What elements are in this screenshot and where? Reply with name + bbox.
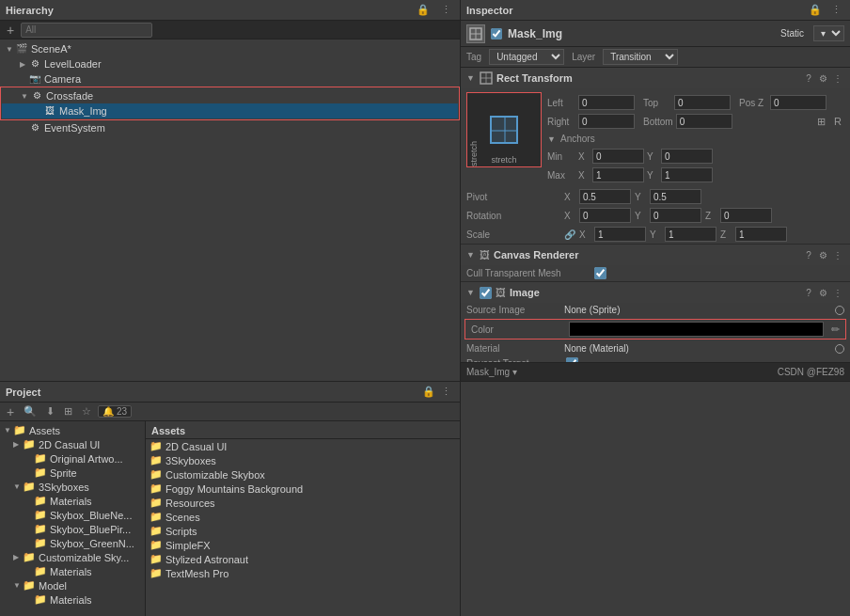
list-item-foggy[interactable]: 📁 Foggy Mountains Background: [146, 482, 460, 496]
anchors-foldout: ▼: [547, 134, 557, 144]
label-customizable: Customizable Sky...: [39, 552, 129, 563]
top-input[interactable]: [674, 95, 731, 110]
material-select-icon[interactable]: [835, 344, 844, 354]
tree-model[interactable]: ▼ 📁 Model: [0, 578, 145, 592]
pivot-x-input[interactable]: [579, 189, 631, 204]
tree-item-eventsystem[interactable]: ⚙ EventSystem: [0, 120, 460, 135]
project-search-btn[interactable]: 🔍: [21, 404, 39, 419]
hierarchy-add-button[interactable]: +: [4, 22, 17, 39]
scale-z-input[interactable]: [735, 227, 787, 242]
image-enabled-checkbox[interactable]: [480, 287, 492, 299]
inspector-lock-icon[interactable]: 🔒: [806, 3, 825, 17]
tree-materials-3sky[interactable]: 📁 Materials: [0, 494, 145, 508]
scale-z-label: Z: [720, 229, 732, 240]
hierarchy-lock-icon[interactable]: 🔒: [414, 3, 433, 17]
static-label: Static: [780, 28, 804, 39]
hierarchy-menu-icon[interactable]: ⋮: [438, 3, 454, 17]
project-add-btn[interactable]: +: [4, 403, 17, 420]
color-picker-icon[interactable]: ✏: [831, 324, 840, 336]
tree-customizable[interactable]: ▶ 📁 Customizable Sky...: [0, 550, 145, 564]
icon-eventsystem: ⚙: [28, 121, 41, 134]
rotation-label: Rotation: [466, 211, 560, 221]
inspector-menu-icon[interactable]: ⋮: [828, 3, 844, 17]
settings-icon-cr[interactable]: ⚙: [819, 250, 827, 261]
tree-item-crossfade[interactable]: ▼ ⚙ Crossfade: [2, 88, 458, 103]
scale-x-input[interactable]: [594, 227, 646, 242]
scale-y-input[interactable]: [665, 227, 716, 242]
min-x-input[interactable]: [592, 149, 644, 164]
tree-sprite[interactable]: 📁 Sprite: [0, 466, 145, 480]
list-item-customizable[interactable]: 📁 Customizable Skybox: [146, 467, 460, 482]
color-swatch[interactable]: [569, 322, 824, 337]
tree-assets-root[interactable]: ▼ 📁 Assets: [0, 423, 145, 437]
cull-checkbox[interactable]: [594, 267, 606, 279]
label-maskimg: Mask_Img: [59, 105, 107, 117]
pivot-y-input[interactable]: [650, 189, 701, 204]
list-item-2d[interactable]: 📁 2D Casual UI: [146, 439, 460, 453]
project-star-btn[interactable]: ☆: [79, 404, 94, 419]
rot-y-input[interactable]: [650, 208, 701, 223]
tree-item-maskimg[interactable]: 🖼 Mask_Img: [2, 103, 458, 118]
label-list-scenes: Scenes: [165, 512, 200, 523]
image-header[interactable]: ▼ 🖼 Image ? ⚙ ⋮: [461, 282, 850, 303]
rt-left-top-posz-row: Left Top Pos Z: [547, 94, 844, 111]
object-active-checkbox[interactable]: [491, 28, 502, 39]
list-item-astronaut[interactable]: 📁 Stylized Astronaut: [146, 552, 460, 566]
tree-original[interactable]: 📁 Original Artwo...: [0, 451, 145, 466]
tree-item-camera[interactable]: 📷 Camera: [0, 71, 460, 87]
bottom-input[interactable]: [676, 114, 732, 129]
rot-z-input[interactable]: [720, 208, 772, 223]
blueprint-btn[interactable]: ⊞: [814, 115, 828, 129]
list-item-3sky[interactable]: 📁 3Skyboxes: [146, 453, 460, 467]
project-import-btn[interactable]: ⬇: [43, 404, 57, 419]
list-item-scenes[interactable]: 📁 Scenes: [146, 510, 460, 524]
list-item-scripts[interactable]: 📁 Scripts: [146, 524, 460, 538]
settings-icon-img[interactable]: ⚙: [819, 288, 827, 298]
tag-dropdown[interactable]: Untagged: [489, 49, 564, 65]
static-dropdown[interactable]: ▾: [813, 25, 844, 41]
tree-materials-model[interactable]: 📁 Materials: [0, 592, 145, 607]
list-item-simplefx[interactable]: 📁 SimpleFX: [146, 538, 460, 552]
layer-dropdown[interactable]: Transition: [603, 49, 678, 65]
settings-icon-rt[interactable]: ⚙: [819, 73, 827, 84]
image-section: ▼ 🖼 Image ? ⚙ ⋮ Source Image None (Sprit…: [461, 282, 850, 362]
tree-2d-casual[interactable]: ▶ 📁 2D Casual UI: [0, 437, 145, 451]
tree-materials-cust[interactable]: 📁 Materials: [0, 564, 145, 578]
posz-input[interactable]: [770, 95, 826, 110]
icon-levelloader: ⚙: [28, 57, 41, 71]
anchors-header[interactable]: ▼ Anchors: [547, 132, 844, 146]
menu-img[interactable]: ⋮: [831, 288, 844, 298]
image-title: Image: [510, 287, 798, 298]
icon-skybox-greenn: 📁: [34, 537, 47, 549]
max-y-input[interactable]: [661, 167, 713, 182]
icon-3skyboxes: 📁: [23, 481, 36, 493]
tree-item-levelloader[interactable]: ▶ ⚙ LevelLoader: [0, 56, 460, 71]
label-2d-casual: 2D Casual UI: [39, 439, 100, 450]
source-select-icon[interactable]: [835, 306, 844, 315]
tree-item-sceneA[interactable]: ▼ 🎬 SceneA*: [0, 41, 460, 56]
arrow-materials-model: [24, 595, 34, 604]
hierarchy-panel: Hierarchy 🔒 ⋮ + ▼ 🎬 SceneA* ▶ ⚙ LevelLoa…: [0, 0, 461, 381]
hierarchy-search-input[interactable]: [21, 23, 152, 38]
project-panel: Project 🔒 ⋮ + 🔍 ⬇ ⊞ ☆ 🔔 23 ▼ 📁 Assets: [0, 382, 461, 616]
left-input[interactable]: [578, 95, 635, 110]
project-lock-icon[interactable]: 🔒: [419, 385, 438, 399]
project-menu-icon[interactable]: ⋮: [438, 385, 454, 399]
tree-skybox-bluene[interactable]: 📁 Skybox_BlueNe...: [0, 508, 145, 522]
list-item-resources[interactable]: 📁 Resources: [146, 496, 460, 510]
rot-x-input[interactable]: [579, 208, 631, 223]
canvas-renderer-header[interactable]: ▼ 🖼 Canvas Renderer ? ⚙ ⋮: [461, 245, 850, 265]
tree-skybox-bluepi[interactable]: 📁 Skybox_BluePir...: [0, 522, 145, 536]
anchor-preview[interactable]: stretch stretch: [466, 92, 542, 167]
right-input[interactable]: [578, 114, 635, 129]
max-x-input[interactable]: [592, 167, 644, 182]
menu-rt[interactable]: ⋮: [831, 73, 844, 84]
project-filter-btn[interactable]: ⊞: [61, 404, 75, 419]
menu-cr[interactable]: ⋮: [831, 250, 844, 261]
tree-skybox-greenn[interactable]: 📁 Skybox_GreenN...: [0, 536, 145, 550]
list-item-textmesh[interactable]: 📁 TextMesh Pro: [146, 566, 460, 580]
r-btn[interactable]: R: [831, 115, 844, 128]
tree-3skyboxes[interactable]: ▼ 📁 3Skyboxes: [0, 480, 145, 494]
rect-transform-header[interactable]: ▼ Rect Transform ? ⚙ ⋮: [461, 68, 850, 88]
min-y-input[interactable]: [661, 149, 713, 164]
